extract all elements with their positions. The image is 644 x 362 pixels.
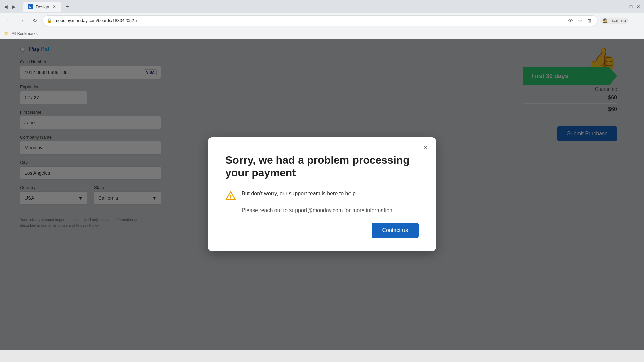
modal-body: But don't worry, our support team is her… xyxy=(225,190,419,215)
tab-title: Design xyxy=(36,4,49,9)
forward-button[interactable]: ▶ xyxy=(11,4,17,10)
tab-close-button[interactable]: ✕ xyxy=(52,4,57,9)
incognito-badge: 🕵 Incognito xyxy=(600,18,629,24)
back-button[interactable]: ◀ xyxy=(3,4,9,10)
browser-window: ◀ ▶ D Design ✕ + ─ □ ✕ ← → ↻ 🔒 moodjoy.m… xyxy=(0,0,644,39)
contact-us-button[interactable]: Contact us xyxy=(372,223,419,238)
forward-nav-button[interactable]: → xyxy=(17,16,27,26)
contact-info-text: Please reach out to support@monday.com f… xyxy=(225,206,419,215)
title-bar: ◀ ▶ D Design ✕ + ─ □ ✕ xyxy=(0,0,644,13)
bookmarks-bar: 📁 All Bookmarks xyxy=(0,28,644,39)
reload-button[interactable]: ↻ xyxy=(30,16,40,26)
bookmarks-label: All Bookmarks xyxy=(12,31,38,36)
incognito-label: Incognito xyxy=(609,18,626,23)
payment-error-modal: ✕ Sorry, we had a problem processing you… xyxy=(208,137,436,252)
address-bar[interactable]: 🔒 moodjoy.monday.com/boards/1830420525 👁… xyxy=(42,15,598,26)
svg-point-1 xyxy=(230,199,231,199)
active-tab[interactable]: D Design ✕ xyxy=(23,2,61,12)
back-nav-button[interactable]: ← xyxy=(4,16,14,26)
window-controls: ◀ ▶ xyxy=(3,4,17,10)
modal-close-button[interactable]: ✕ xyxy=(420,143,431,154)
tab-bar: D Design ✕ + xyxy=(21,1,618,13)
bookmark-icon[interactable]: ☆ xyxy=(576,17,584,25)
bookmarks-folder-icon: 📁 xyxy=(4,31,9,36)
window-controls-right: ─ □ ✕ xyxy=(621,4,641,10)
incognito-icon: 🕵 xyxy=(603,18,608,23)
support-text: But don't worry, our support team is her… xyxy=(241,190,357,198)
modal-overlay: ✕ Sorry, we had a problem processing you… xyxy=(0,39,644,350)
modal-title: Sorry, we had a problem processing your … xyxy=(225,154,419,179)
tab-favicon: D xyxy=(28,4,33,9)
chrome-menu-button[interactable]: ⋮ xyxy=(630,16,640,26)
page-area: PayPal Card Number 4012 8888 8888 1881 V… xyxy=(0,39,644,350)
sidebar-icon[interactable]: ⊞ xyxy=(585,17,593,25)
minimize-button[interactable]: ─ xyxy=(621,4,627,10)
lock-icon: 🔒 xyxy=(47,18,52,23)
warning-row: But don't worry, our support team is her… xyxy=(225,190,419,201)
eye-off-icon[interactable]: 👁 xyxy=(567,17,575,25)
modal-actions: Contact us xyxy=(225,223,419,238)
new-tab-button[interactable]: + xyxy=(62,2,72,11)
close-window-button[interactable]: ✕ xyxy=(635,4,641,10)
url-text: moodjoy.monday.com/boards/1830420525 xyxy=(55,18,564,23)
warning-icon xyxy=(225,190,236,201)
maximize-button[interactable]: □ xyxy=(628,4,634,10)
address-bar-row: ← → ↻ 🔒 moodjoy.monday.com/boards/183042… xyxy=(0,13,644,28)
chrome-right-icons: 🕵 Incognito ⋮ xyxy=(600,16,640,26)
address-bar-icons: 👁 ☆ ⊞ xyxy=(567,17,593,25)
